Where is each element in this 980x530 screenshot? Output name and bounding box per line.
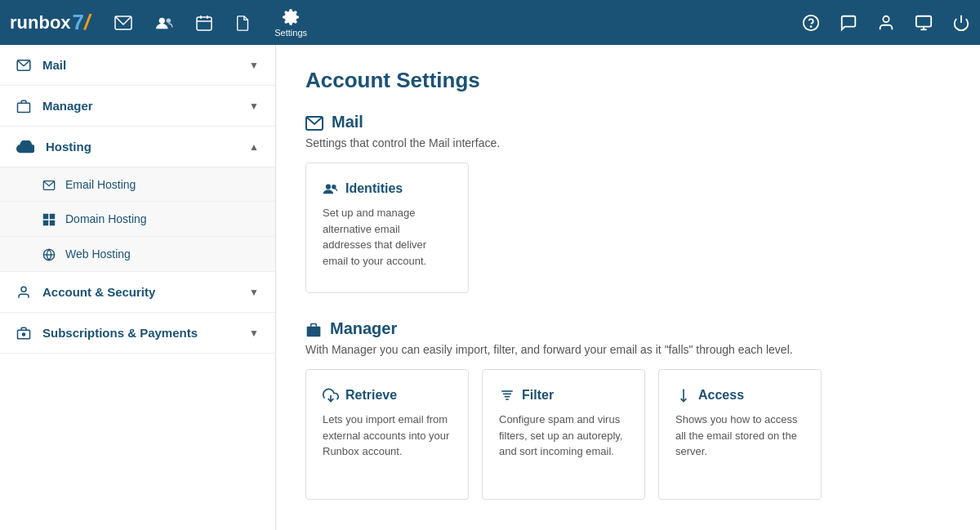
identities-icon bbox=[323, 180, 339, 197]
svg-rect-18 bbox=[43, 214, 48, 219]
mail-icon bbox=[16, 56, 31, 73]
identities-card-title: Identities bbox=[323, 180, 452, 197]
access-icon bbox=[675, 386, 692, 403]
sidebar-item-web-hosting[interactable]: Web Hosting bbox=[0, 237, 275, 272]
svg-rect-11 bbox=[916, 16, 931, 27]
sidebar: Mail ▼ Manager ▼ Hosting ▲ Email Hosti bbox=[0, 45, 276, 530]
retrieve-title: Retrieve bbox=[345, 388, 397, 403]
manager-section-desc: With Manager you can easily import, filt… bbox=[305, 343, 951, 356]
sidebar-item-email-hosting[interactable]: Email Hosting bbox=[0, 167, 275, 202]
access-desc: Shows you how to access all the email st… bbox=[675, 412, 804, 460]
sidebar-account-security-label: Account & Security bbox=[42, 285, 155, 299]
svg-point-2 bbox=[167, 18, 171, 22]
svg-point-29 bbox=[332, 185, 336, 189]
filter-icon bbox=[499, 386, 515, 403]
main-layout: Mail ▼ Manager ▼ Hosting ▲ Email Hosti bbox=[0, 45, 980, 530]
identities-title: Identities bbox=[345, 181, 403, 196]
nav-mail-button[interactable] bbox=[114, 16, 132, 30]
sidebar-mail-label: Mail bbox=[42, 58, 66, 72]
help-icon[interactable] bbox=[802, 13, 820, 33]
logo-slash: / bbox=[84, 10, 90, 35]
filter-card-title: Filter bbox=[499, 386, 628, 403]
domain-hosting-label: Domain Hosting bbox=[65, 212, 147, 225]
sidebar-item-account-security[interactable]: Account & Security ▼ bbox=[0, 272, 275, 313]
svg-point-24 bbox=[21, 287, 26, 292]
sidebar-item-hosting[interactable]: Hosting ▲ bbox=[0, 127, 275, 167]
nav-calendar-button[interactable] bbox=[196, 15, 212, 31]
manager-icon bbox=[16, 97, 31, 114]
svg-rect-20 bbox=[43, 220, 48, 225]
hosting-subitems: Email Hosting Domain Hosting Web Hosting bbox=[0, 167, 275, 272]
cloud-icon bbox=[16, 138, 34, 155]
sidebar-item-manager[interactable]: Manager ▼ bbox=[0, 86, 275, 127]
manager-chevron-icon: ▼ bbox=[249, 100, 259, 112]
svg-rect-19 bbox=[50, 214, 55, 219]
subscriptions-chevron-icon: ▼ bbox=[249, 327, 259, 339]
email-hosting-icon bbox=[42, 177, 56, 191]
subscriptions-icon bbox=[16, 324, 31, 341]
mail-section-title: Mail bbox=[332, 113, 363, 131]
display-icon[interactable] bbox=[915, 13, 933, 33]
logo-num: 7 bbox=[73, 10, 84, 35]
identities-card[interactable]: Identities Set up and manage alternative… bbox=[305, 163, 469, 293]
main-content: Account Settings Mail Settings that cont… bbox=[276, 45, 980, 530]
mail-section-icon bbox=[305, 113, 323, 131]
svg-rect-3 bbox=[197, 17, 212, 30]
svg-point-1 bbox=[159, 17, 165, 23]
retrieve-card[interactable]: Retrieve Lets you import email from exte… bbox=[305, 369, 469, 500]
power-icon[interactable] bbox=[952, 13, 970, 33]
page-title: Account Settings bbox=[305, 68, 951, 93]
sidebar-hosting-label: Hosting bbox=[46, 140, 91, 154]
sidebar-manager-label: Manager bbox=[42, 99, 93, 113]
manager-section-icon bbox=[305, 319, 322, 338]
identities-desc: Set up and manage alternative email addr… bbox=[323, 205, 452, 269]
svg-point-28 bbox=[326, 185, 331, 189]
filter-desc: Configure spam and virus filters, set up… bbox=[499, 412, 628, 460]
email-hosting-label: Email Hosting bbox=[65, 178, 136, 191]
sidebar-subscriptions-label: Subscriptions & Payments bbox=[42, 326, 198, 340]
retrieve-icon bbox=[323, 386, 339, 403]
topnav-nav-icons: Settings bbox=[114, 8, 802, 38]
sidebar-item-domain-hosting[interactable]: Domain Hosting bbox=[0, 202, 275, 237]
topnav-right-icons bbox=[802, 13, 970, 33]
svg-rect-16 bbox=[18, 104, 30, 113]
domain-hosting-icon bbox=[42, 212, 56, 226]
web-hosting-label: Web Hosting bbox=[65, 247, 131, 261]
retrieve-card-title: Retrieve bbox=[323, 386, 452, 403]
topnav: runbox 7 / Settings bbox=[0, 0, 980, 45]
web-hosting-icon bbox=[42, 247, 56, 261]
svg-rect-30 bbox=[307, 327, 321, 337]
manager-section-title: Manager bbox=[330, 319, 397, 338]
access-title: Access bbox=[698, 388, 744, 403]
nav-files-button[interactable] bbox=[235, 15, 252, 31]
person-icon bbox=[16, 283, 31, 301]
logo-text: runbox bbox=[10, 12, 71, 33]
manager-section-header: Manager bbox=[305, 319, 951, 338]
svg-point-26 bbox=[23, 333, 25, 336]
retrieve-desc: Lets you import email from external acco… bbox=[323, 412, 452, 460]
account-icon[interactable] bbox=[877, 13, 895, 33]
chat-icon[interactable] bbox=[840, 13, 858, 33]
nav-settings-button[interactable]: Settings bbox=[274, 8, 307, 38]
hosting-chevron-icon: ▲ bbox=[249, 141, 259, 153]
manager-cards: Retrieve Lets you import email from exte… bbox=[305, 369, 951, 500]
mail-section-desc: Settings that control the Mail interface… bbox=[305, 136, 951, 149]
logo[interactable]: runbox 7 / bbox=[10, 10, 90, 35]
sidebar-item-subscriptions[interactable]: Subscriptions & Payments ▼ bbox=[0, 313, 275, 354]
mail-chevron-icon: ▼ bbox=[249, 60, 259, 71]
filter-card[interactable]: Filter Configure spam and virus filters,… bbox=[482, 369, 645, 500]
account-security-chevron-icon: ▼ bbox=[249, 287, 259, 298]
manager-section: Manager With Manager you can easily impo… bbox=[305, 319, 951, 500]
svg-point-10 bbox=[883, 16, 889, 22]
nav-contacts-button[interactable] bbox=[155, 16, 173, 30]
filter-title: Filter bbox=[522, 388, 554, 403]
access-card-title: Access bbox=[675, 386, 804, 403]
mail-section: Mail Settings that control the Mail inte… bbox=[305, 113, 951, 293]
mail-section-header: Mail bbox=[305, 113, 951, 131]
sidebar-item-mail[interactable]: Mail ▼ bbox=[0, 45, 275, 86]
nav-settings-label: Settings bbox=[274, 28, 307, 38]
mail-cards: Identities Set up and manage alternative… bbox=[305, 163, 951, 293]
svg-rect-21 bbox=[50, 220, 55, 225]
access-card[interactable]: Access Shows you how to access all the e… bbox=[658, 369, 822, 500]
